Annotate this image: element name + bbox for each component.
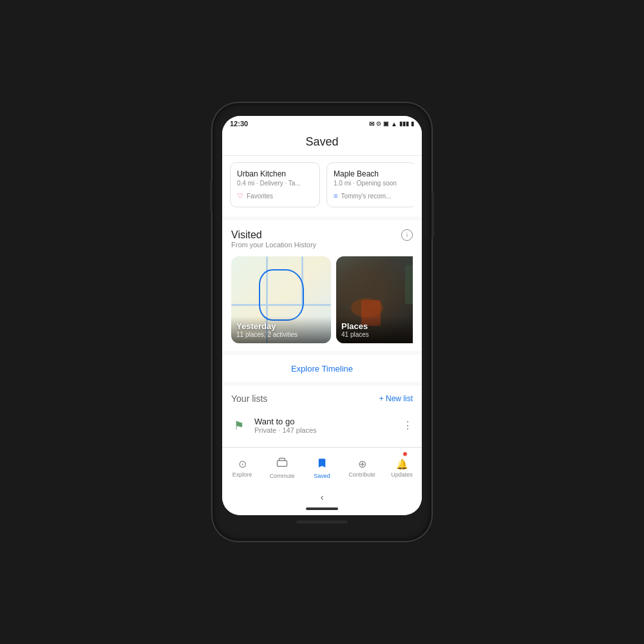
place-card-list-0: ♡ Favorites (237, 192, 313, 200)
mail-icon: ✉ (369, 120, 374, 128)
back-arrow-icon[interactable]: ‹ (321, 492, 324, 502)
commute-icon (276, 457, 288, 471)
nav-item-contribute[interactable]: ⊕ Contribute (342, 448, 382, 488)
saved-cards-section: Urban Kitchen 0.4 mi · Delivery · Ta... … (222, 156, 422, 216)
nav-label-contribute: Contribute (348, 471, 375, 478)
visited-card-places-subtitle: 41 places (341, 331, 413, 338)
your-lists-title: Your lists (231, 393, 267, 404)
status-icons: ✉ ⊙ ▣ ▲ ▮▮▮ ▮ (369, 120, 414, 128)
phone-screen: 12:30 ✉ ⊙ ▣ ▲ ▮▮▮ ▮ Saved Urban Kitchen (222, 116, 422, 515)
battery-icon: ▮ (411, 120, 414, 127)
place-card-meta-0: 0.4 mi · Delivery · Ta... (237, 180, 313, 187)
location-icon: ⊙ (376, 120, 381, 127)
list-item-info: Want to go Private · 147 places (254, 417, 395, 434)
updates-icon: 🔔 (396, 459, 408, 470)
place-card-name-0: Urban Kitchen (237, 169, 313, 178)
list-label-1: Tommy's recom... (341, 193, 391, 200)
lists-header: Your lists + New list (231, 393, 413, 404)
nav-item-commute[interactable]: Commute (262, 448, 302, 488)
vibrate-icon: ▣ (383, 120, 389, 127)
nav-item-saved[interactable]: Saved (302, 448, 342, 488)
signal-icon: ▮▮▮ (399, 120, 409, 127)
nav-label-explore: Explore (232, 471, 252, 478)
list-item-name: Want to go (254, 417, 395, 426)
bottom-speaker (296, 520, 348, 524)
phone-device: 12:30 ✉ ⊙ ▣ ▲ ▮▮▮ ▮ Saved Urban Kitchen (213, 103, 431, 541)
heart-icon: ♡ (237, 192, 243, 200)
place-card-maple-beach[interactable]: Maple Beach 1.0 mi · Opening soon ≡ Tomm… (327, 162, 414, 207)
nav-label-updates: Updates (391, 471, 413, 478)
explore-icon: ⊙ (238, 458, 247, 470)
saved-cards-row[interactable]: Urban Kitchen 0.4 mi · Delivery · Ta... … (230, 162, 414, 210)
visited-card-yesterday-title: Yesterday (236, 321, 326, 331)
visited-card-places-title: Places (341, 321, 413, 331)
visited-subtitle: From your Location History (231, 241, 316, 249)
contribute-icon: ⊕ (358, 458, 366, 470)
list-item-meta: Private · 147 places (254, 426, 395, 434)
status-time: 12:30 (230, 120, 248, 128)
place-card-list-1: ≡ Tommy's recom... (334, 192, 410, 200)
visited-card-places-overlay: Places 41 places (336, 316, 413, 343)
place-card-name-1: Maple Beach (334, 169, 410, 178)
updates-badge (402, 451, 408, 457)
wifi-icon: ▲ (391, 120, 397, 128)
visited-title: Visited (231, 229, 316, 241)
nav-label-commute: Commute (269, 473, 294, 479)
app-bar-title: Saved (305, 135, 338, 148)
list-lines-icon: ≡ (334, 192, 337, 200)
new-list-button[interactable]: + New list (379, 394, 413, 403)
nav-item-explore[interactable]: ⊙ Explore (222, 448, 262, 488)
bottom-nav: ⊙ Explore Commute (222, 447, 422, 488)
explore-timeline-link[interactable]: Explore Timeline (291, 364, 353, 374)
scroll-area[interactable]: Urban Kitchen 0.4 mi · Delivery · Ta... … (222, 156, 422, 447)
your-lists-section: Your lists + New list ⚑ Want to go Priva… (222, 386, 422, 447)
list-item-want-to-go[interactable]: ⚑ Want to go Private · 147 places ⋮ (231, 412, 413, 439)
place-card-meta-1: 1.0 mi · Opening soon (334, 180, 410, 187)
list-more-button[interactable]: ⋮ (402, 419, 413, 431)
flag-icon: ⚑ (231, 418, 247, 433)
gesture-bar (306, 507, 338, 510)
nav-item-updates[interactable]: 🔔 Updates (382, 448, 422, 488)
explore-timeline-section: Explore Timeline (222, 355, 422, 382)
map-shape (259, 269, 304, 321)
visited-cards-row[interactable]: Yesterday 11 places, 2 activities (231, 256, 413, 351)
visited-card-yesterday-subtitle: 11 places, 2 activities (236, 331, 326, 338)
visited-section: Visited From your Location History i (222, 220, 422, 351)
nav-label-saved: Saved (314, 473, 330, 479)
list-label-0: Favorites (247, 193, 273, 200)
svg-rect-0 (278, 460, 287, 466)
visited-card-yesterday[interactable]: Yesterday 11 places, 2 activities (231, 256, 331, 343)
visited-card-places[interactable]: Places 41 places (336, 256, 413, 343)
info-icon[interactable]: i (401, 229, 413, 241)
app-bar: Saved (222, 130, 422, 156)
visited-card-yesterday-overlay: Yesterday 11 places, 2 activities (231, 316, 331, 343)
saved-icon (316, 457, 328, 471)
place-card-urban-kitchen[interactable]: Urban Kitchen 0.4 mi · Delivery · Ta... … (230, 162, 320, 207)
gesture-bar-container: ‹ (222, 488, 422, 515)
status-bar: 12:30 ✉ ⊙ ▣ ▲ ▮▮▮ ▮ (222, 116, 422, 130)
section-header-visited: Visited From your Location History i (231, 229, 413, 255)
